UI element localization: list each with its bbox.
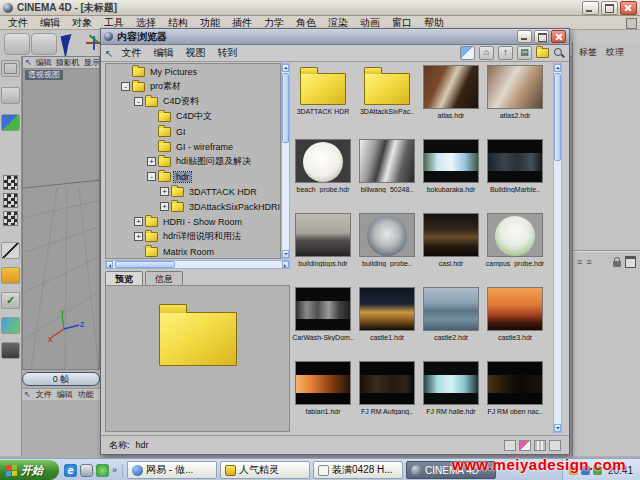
status-icon-pen[interactable] [519,440,531,451]
main-menu-item[interactable]: 文件 [2,16,34,30]
search-icon[interactable] [553,47,565,59]
material-checker-icon[interactable] [3,175,18,190]
tree-item[interactable]: +hdri详细说明和用法 [106,229,280,244]
tree-item[interactable]: My Pictures [106,64,280,79]
tree-item[interactable]: -pro素材 [106,79,280,94]
undo-icon[interactable] [4,33,30,55]
browser-item[interactable]: atlas2.hdr [483,63,547,137]
browser-item[interactable]: buildingtops.hdr [291,211,355,285]
browser-close-button[interactable] [551,30,566,43]
viewport-menu-item[interactable]: 显示 [84,57,99,68]
browser-item[interactable]: FJ RM Aufgang.. [355,359,419,433]
new-window-icon[interactable] [625,256,636,268]
browser-back-icon[interactable]: ↖ [105,48,113,59]
expand-icon[interactable]: + [134,232,143,241]
texture-mode-icon[interactable] [1,317,20,334]
browser-maximize-button[interactable] [534,30,549,43]
tree-item[interactable]: +3DATTACK HDR [106,184,280,199]
lock-icon[interactable] [613,261,621,267]
browser-item[interactable]: castle2.hdr [419,285,483,359]
expand-icon[interactable]: + [147,157,156,166]
browser-item[interactable]: atlas.hdr [419,63,483,137]
close-button[interactable] [620,1,637,15]
browser-item[interactable]: fabian1.hdr [291,359,355,433]
attribute-tab[interactable]: 标签 [579,46,597,59]
tree-item[interactable]: +HDRI - Show Room [106,214,280,229]
status-icon-filter[interactable] [504,440,516,451]
browser-item[interactable]: 3DAttackSixPac.. [355,63,419,137]
collapse-icon[interactable]: - [134,97,143,106]
taskbar-button[interactable]: 网易 - 做... [127,461,217,479]
snap-tool-icon[interactable] [1,267,20,284]
collapse-icon[interactable]: - [147,172,156,181]
main-menu-item[interactable]: 对象 [66,16,98,30]
material-checker-icon[interactable] [3,211,18,226]
redo-icon[interactable] [31,33,57,55]
browser-item[interactable]: casi.hdr [419,211,483,285]
catalog-icon[interactable]: ▤ [517,46,532,60]
taskbar-button[interactable]: 装满0428 H... [313,461,403,479]
browser-item[interactable]: campus_probe.hdr [483,211,547,285]
enable-snap-icon[interactable]: ✓ [1,292,20,309]
browser-item[interactable]: castle1.hdr [355,285,419,359]
maximize-button[interactable] [601,1,618,15]
taskbar-button[interactable]: 人气精灵 [220,461,310,479]
mode-list-icon[interactable]: ≡ [577,258,582,266]
new-folder-icon[interactable] [536,48,549,58]
browser-item[interactable]: billwang_50248.. [355,137,419,211]
perspective-viewport[interactable]: ↖ 编辑摄影机显示 透视视图 Y [22,56,100,370]
tree-horizontal-scrollbar[interactable] [105,260,290,269]
material-menu-item[interactable]: 文件 [36,389,52,400]
browser-minimize-button[interactable] [517,30,532,43]
tree-item[interactable]: C4D中文 [106,109,280,124]
browser-item[interactable]: 3DATTACK HDR [291,63,355,137]
mode-list-icon[interactable]: ≡ [586,258,591,266]
browser-menu-item[interactable]: 视图 [179,46,211,60]
tree-vertical-scrollbar[interactable] [281,63,290,259]
spline-tool-icon[interactable] [1,242,20,259]
ie-icon[interactable]: e [64,464,77,477]
viewport-menu-item[interactable]: 编辑 [36,57,52,68]
quick-launch-overflow-icon[interactable]: » [112,465,117,475]
material-menu-item[interactable]: 编辑 [57,389,73,400]
viewport-nav-icon[interactable]: ↖ [25,58,32,67]
browser-item[interactable]: bokubaraka.hdr [419,137,483,211]
tree-item[interactable]: GI - wireframe [106,139,280,154]
tree-item[interactable]: GI [106,124,280,139]
browser-menu-item[interactable]: 转到 [211,46,243,60]
tree-item[interactable]: -hdr [106,169,280,184]
viewport-menu-item[interactable]: 摄影机 [56,57,80,68]
axis-tool-icon[interactable] [1,114,20,131]
start-button[interactable]: 开始 [0,460,59,480]
tree-item[interactable]: Matrix Room [106,244,280,259]
up-one-level-icon[interactable]: ↑ [498,46,513,60]
status-icon-size[interactable] [534,440,546,451]
main-menu-item[interactable]: 编辑 [34,16,66,30]
camera-mode-icon[interactable] [1,342,20,359]
browser-item[interactable]: BuildingMarble.. [483,137,547,211]
thumbnail-view-icon[interactable] [460,46,475,60]
home-icon[interactable]: ⌂ [479,46,494,60]
browser-item[interactable]: FJ RM oben nac.. [483,359,547,433]
grid-vertical-scrollbar[interactable] [553,63,562,433]
tree-item[interactable]: +3DAttackSixPackHDRI [106,199,280,214]
material-checker-icon[interactable] [3,193,18,208]
viewport-canvas[interactable]: Y Z X [23,68,99,369]
minimize-button[interactable] [582,1,599,15]
expand-icon[interactable]: + [160,187,169,196]
object-library-icon[interactable] [1,87,20,104]
expand-icon[interactable]: + [134,217,143,226]
show-desktop-icon[interactable] [80,464,93,477]
render-settings-icon[interactable] [1,60,20,77]
browser-menu-item[interactable]: 文件 [115,46,147,60]
browser-item[interactable]: FJ RM halle.hdr [419,359,483,433]
collapse-icon[interactable]: - [121,82,130,91]
expand-icon[interactable]: + [160,202,169,211]
material-menu-item[interactable]: 功能 [78,389,94,400]
attribute-tab[interactable]: 纹理 [606,46,624,59]
media-player-icon[interactable] [96,464,109,477]
browser-item[interactable]: beach_probe.hdr [291,137,355,211]
timeline[interactable]: 0 帧 [22,372,100,386]
status-icon-page[interactable] [549,440,561,451]
tree-item[interactable]: +hdi贴图问题及解决 [106,154,280,169]
